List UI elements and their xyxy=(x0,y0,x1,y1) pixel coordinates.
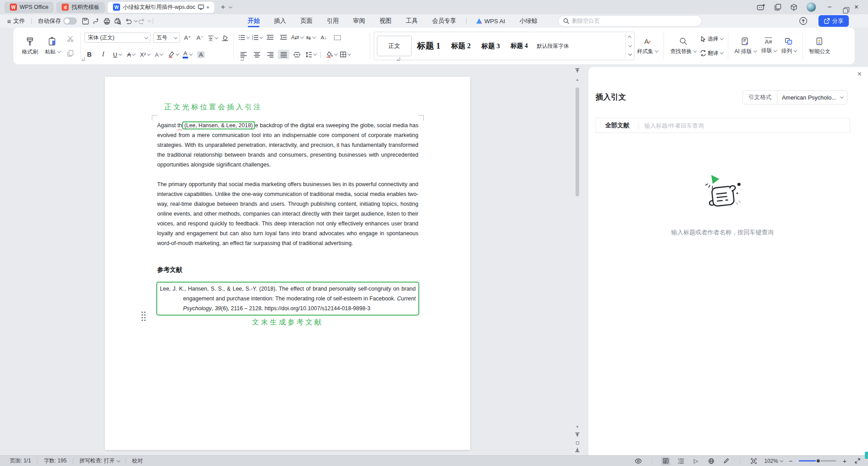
shading-fill-button[interactable] xyxy=(326,50,337,59)
save-button[interactable] xyxy=(80,16,91,26)
tab-active-document[interactable]: W 小绿鲸文献引用插件-wps.doc xyxy=(108,2,215,13)
redo-button[interactable] xyxy=(137,16,147,26)
share-button[interactable]: 分享 xyxy=(818,15,849,27)
print-preview-button[interactable] xyxy=(113,16,123,26)
style-heading-4[interactable]: 标题 4 xyxy=(505,42,534,50)
command-search-box[interactable] xyxy=(558,15,702,27)
line-spacing-button[interactable] xyxy=(305,50,316,59)
zoom-slider[interactable] xyxy=(799,460,836,462)
all-literature-filter[interactable]: 全部文献 xyxy=(596,121,639,129)
export-pdf-icon[interactable] xyxy=(91,16,102,26)
literature-search-input[interactable] xyxy=(639,122,850,129)
clear-format-button[interactable] xyxy=(220,33,230,43)
italic-button[interactable]: I xyxy=(98,50,108,59)
smart-doc-button[interactable]: 智能公文 xyxy=(806,32,833,60)
annotation-generated-references[interactable]: 文末生成参考文献 xyxy=(105,318,470,327)
scroll-page-top-icon[interactable] xyxy=(574,431,580,438)
references-heading[interactable]: 参考文献 xyxy=(157,266,182,274)
citation-format-select[interactable]: American Psycholo... xyxy=(777,94,847,101)
minimize-button[interactable]: − xyxy=(825,3,834,11)
ribbon-tab-tools[interactable]: 工具 xyxy=(399,14,425,28)
style-heading-3[interactable]: 标题 3 xyxy=(476,42,505,50)
new-tab-button[interactable]: + xyxy=(217,3,229,12)
align-right-button[interactable] xyxy=(264,50,276,59)
font-color-button[interactable]: A xyxy=(182,50,192,59)
scrollbar-thumb[interactable] xyxy=(576,87,579,196)
outline-view-button[interactable] xyxy=(676,457,685,465)
scroll-up-arrow[interactable]: ▴ xyxy=(574,76,580,83)
paste-button[interactable]: 粘贴 xyxy=(41,32,63,60)
fullscreen-button[interactable] xyxy=(853,457,862,465)
fit-page-button[interactable] xyxy=(749,457,758,465)
paragraph-2[interactable]: The primary opportunity that social medi… xyxy=(157,179,418,248)
borders-button[interactable] xyxy=(339,50,351,59)
paragraph-drag-handle[interactable] xyxy=(142,312,143,313)
style-normal[interactable]: 正文 xyxy=(377,36,412,56)
word-count[interactable]: 字数: 195 xyxy=(40,457,70,465)
undo-button[interactable] xyxy=(123,16,134,26)
text-effects-button[interactable]: A xyxy=(154,50,163,59)
gallery-down-icon[interactable] xyxy=(628,43,632,47)
web-view-button[interactable] xyxy=(707,457,716,465)
highlight-button[interactable] xyxy=(167,50,178,59)
zoom-slider-knob[interactable] xyxy=(816,458,821,463)
style-heading-1[interactable]: 标题 1 xyxy=(412,40,446,52)
ribbon-tab-page[interactable]: 页面 xyxy=(293,14,320,28)
autosave-control[interactable]: 自动保存 xyxy=(34,17,80,25)
superscript-button[interactable]: X² xyxy=(140,50,150,59)
scroll-page-bottom-icon[interactable] xyxy=(574,446,580,454)
ink-pen-button[interactable] xyxy=(722,457,731,465)
clipboard-dialog-launcher[interactable] xyxy=(81,57,85,61)
scroll-down-arrow[interactable]: ▾ xyxy=(574,423,580,430)
autosave-toggle[interactable] xyxy=(63,17,77,25)
font-dialog-launcher[interactable] xyxy=(240,57,244,61)
decrease-font-button[interactable]: A⁻ xyxy=(195,33,205,43)
justify-button[interactable] xyxy=(278,50,289,59)
find-replace-button[interactable]: 查找替换 xyxy=(668,32,698,60)
increase-font-button[interactable]: A⁺ xyxy=(183,33,192,43)
document-scrollbar[interactable]: ▴ ▾ xyxy=(574,64,580,455)
proofread-button[interactable]: 校对 xyxy=(129,457,146,465)
side-tag[interactable] xyxy=(865,452,868,459)
decrease-indent-button[interactable] xyxy=(264,33,276,42)
scroll-prev-page-icon[interactable] xyxy=(574,67,580,74)
format-painter-button[interactable]: 格式刷 xyxy=(19,32,41,60)
font-size-select[interactable]: 五号 xyxy=(153,33,180,43)
sort-button[interactable]: A↓ xyxy=(318,33,330,42)
zoom-level[interactable]: 102% xyxy=(764,458,783,464)
document-page[interactable]: 正文光标位置会插入引注 Against th(Lee, Hansen, & Le… xyxy=(105,77,470,450)
ribbon-tab-xiaolvjing[interactable]: 小绿鲸 xyxy=(512,14,545,28)
gallery-more-icon[interactable] xyxy=(628,52,632,56)
ribbon-tab-insert[interactable]: 插入 xyxy=(267,14,293,28)
numbered-list-button[interactable]: 123 xyxy=(251,33,263,42)
bold-button[interactable]: B xyxy=(84,50,94,59)
print-button[interactable] xyxy=(102,16,113,26)
cut-icon[interactable] xyxy=(67,35,74,43)
ribbon-tab-home[interactable]: 开始 xyxy=(241,14,267,28)
style-default-font[interactable]: 默认段落字体 xyxy=(533,42,572,50)
ribbon-tab-view[interactable]: 视图 xyxy=(372,14,399,28)
paragraph-1[interactable]: Against th(Lee, Hansen, & Lee, 2018)e ba… xyxy=(157,121,418,170)
redo-chevron-icon[interactable] xyxy=(147,18,151,22)
window-manager-icon[interactable] xyxy=(774,4,781,11)
typeset-button[interactable]: A≡ 排版 xyxy=(759,32,779,60)
ai-typeset-button[interactable]: AI 排版 xyxy=(732,32,759,60)
zoom-in-button[interactable]: + xyxy=(843,457,847,465)
text-direction-button[interactable]: ⇆ xyxy=(305,33,316,42)
tab-wps-office[interactable]: W WPS Office xyxy=(4,2,54,13)
close-button[interactable]: × xyxy=(852,3,861,11)
arrange-button[interactable]: 排列 xyxy=(779,32,799,60)
style-set-button[interactable]: A 样式集 xyxy=(634,32,660,60)
file-menu-button[interactable]: ≡ 文件 xyxy=(4,17,29,25)
page-view-button[interactable] xyxy=(661,457,670,465)
font-name-select[interactable]: 宋体 (正文) xyxy=(84,33,150,43)
gallery-up-icon[interactable] xyxy=(627,35,631,39)
increase-indent-button[interactable] xyxy=(278,33,289,42)
char-scale-button[interactable]: A⇄ xyxy=(291,33,303,42)
show-marks-button[interactable] xyxy=(331,33,343,42)
browse-object-button[interactable] xyxy=(574,439,580,446)
ribbon-tab-member[interactable]: 会员专享 xyxy=(425,14,463,28)
reference-entry-box[interactable]: Lee, J. K., Hansen, S. S., & Lee, S.-Y. … xyxy=(156,282,419,316)
tab-docer-template[interactable]: d 找稻壳模板 xyxy=(56,2,105,13)
upload-cloud-icon[interactable] xyxy=(798,16,809,26)
